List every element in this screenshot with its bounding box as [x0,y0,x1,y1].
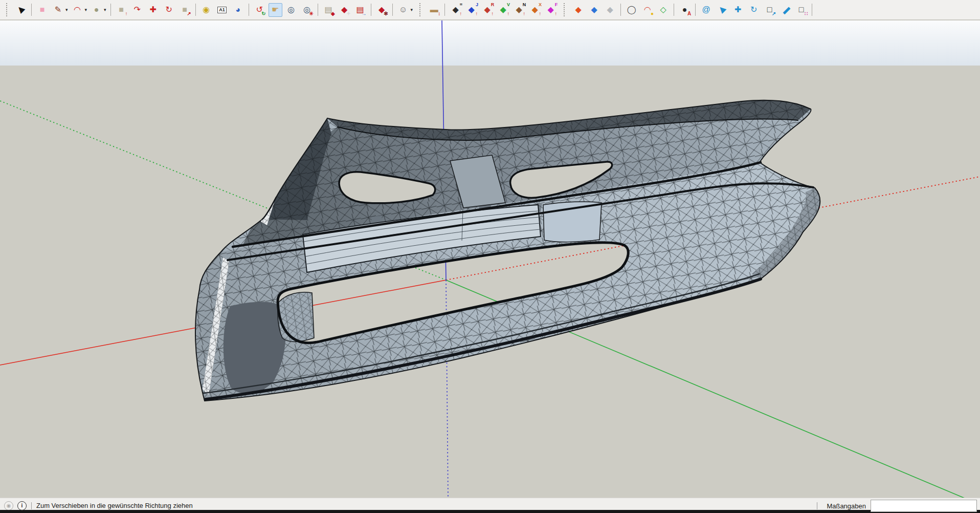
plugin-export-layout-overlay-icon: → [362,11,367,16]
text-tool-button[interactable]: A1 [215,3,229,17]
jpp-follow-button[interactable]: ◆↑F [544,3,558,17]
rotate-tool-button[interactable]: ↻ [162,3,176,17]
plugin-ruby-gear-button[interactable]: ◆✻ [375,3,389,17]
jpp-equal-badge: = [460,3,462,7]
jpp-round-overlay-icon: ↑ [491,11,494,16]
vertex-tape-icon: ▬ [779,4,791,16]
jpp-main-button[interactable]: ▬↕ [427,3,441,17]
toolbar-separator [392,4,393,16]
status-separator [817,502,817,509]
line-tool-dropdown-icon[interactable]: ▾ [65,7,68,12]
plugin-artisan-sphere-overlay-icon: A [687,11,691,16]
select-tool-icon: ▶ [15,5,26,15]
plugin-ruby-box-icon: ▤ [325,6,332,14]
vertex-select-icon: ▶ [717,5,727,15]
jointpushpull-toolbar-grip[interactable] [419,3,423,16]
orbit-tool-icon: ↺ [256,6,262,14]
account-button[interactable]: ☺ [396,3,410,17]
circle-tool-icon: ● [94,6,99,14]
plugin-export-layout-button[interactable]: ▤→ [353,3,367,17]
vertex-select-button[interactable]: ▶ [715,3,729,17]
geolocation-status-icon[interactable]: ◉ [4,501,13,510]
credits-info-icon[interactable]: i [17,501,27,510]
scale-tool-overlay-icon: ↗ [187,11,191,16]
paint-bucket-tool-button[interactable]: ◕ [231,3,245,17]
plugin-cube-blue-button[interactable]: ◆ [587,3,601,17]
paint-bucket-tool-icon: ◕ [235,6,240,14]
viewport-3d[interactable] [0,20,980,498]
arc-tool-dropdown-icon[interactable]: ▾ [85,7,87,12]
jpp-joint-overlay-icon: ↑ [475,11,478,16]
jpp-normal-overlay-icon: ↑ [523,11,525,16]
plugin-cube-red-button[interactable]: ◆ [571,3,585,17]
followme-tool-icon: ↷ [133,6,140,14]
plugin-ruby-gear-overlay-icon: ✻ [384,11,388,16]
plugin-curve-ball-icon: ◠ [644,6,651,14]
circle-tool-button[interactable]: ● [90,3,103,17]
circle-tool-dropdown-icon[interactable]: ▾ [104,7,106,12]
pan-tool-button[interactable]: ☛ [269,3,282,17]
vertex-rotate-button[interactable]: ↻ [747,3,761,17]
move-tool-button[interactable]: ✚ [146,3,160,17]
plugin-curve-ball-button[interactable]: ◠● [640,3,654,17]
zoom-extents-tool-overlay-icon: ✳ [309,11,313,16]
plugin-cube-gray-button[interactable]: ◆ [603,3,617,17]
toolbar-separator [249,4,249,16]
jpp-equal-button[interactable]: ◆↑= [449,3,462,17]
orbit-tool-button[interactable]: ↺↻ [253,3,266,17]
plugin-artisan-sphere-button[interactable]: ●A [678,3,692,17]
zoom-extents-tool-icon: ◎ [303,6,310,14]
jpp-round-button[interactable]: ◆↑R [480,3,494,17]
vertex-cube-overlay-icon: ∷ [805,11,808,16]
eraser-tool-icon: ■ [40,6,45,14]
plugin-ruby-gem-overlay-icon: ✦ [346,11,350,16]
jpp-follow-overlay-icon: ↑ [554,11,557,16]
scale-tool-button[interactable]: ■↗ [178,3,192,17]
plugin-wire-sphere-icon: ◇ [660,6,666,14]
vertex-scale-button[interactable]: □↗ [763,3,776,17]
plugin-ruby-gem-icon: ◆ [341,6,347,14]
jpp-joint-button[interactable]: ◆↑J [464,3,478,17]
vertex-spiral-button[interactable]: @ [699,3,713,17]
measurements-label: Maßangaben [827,502,866,510]
jpp-vector-button[interactable]: ◆↑V [496,3,510,17]
measurements-input[interactable] [871,500,977,512]
plugin-wire-sphere-button[interactable]: ◇ [656,3,670,17]
toolbar-separator [318,4,318,16]
zoom-extents-tool-button[interactable]: ◎✳ [300,3,314,17]
toolbar-separator [195,4,196,16]
pushpull-tool-overlay-icon: ↑ [125,11,128,16]
jpp-equal-overlay-icon: ↑ [459,11,462,16]
plugin-ruby-gem-button[interactable]: ◆✦ [338,3,351,17]
vertex-rotate-icon: ↻ [750,6,757,14]
vertex-cube-button[interactable]: □∷ [794,3,808,17]
plugin-ruby-box-button[interactable]: ▤◆ [322,3,336,17]
solids-toolbar-grip[interactable] [564,3,567,16]
plugin-sculpt-rock-button[interactable]: ◯ [625,3,638,17]
jpp-follow-icon: ◆ [547,6,553,14]
sky [0,20,980,66]
jpp-normal-badge: N [523,3,526,7]
account-dropdown-icon[interactable]: ▾ [411,7,413,12]
move-tool-icon: ✚ [149,6,156,14]
line-tool-button[interactable]: ✎ [51,3,65,17]
vertex-move-icon: ✚ [734,6,741,14]
tape-measure-tool-button[interactable]: ◉ [199,3,213,17]
eraser-tool-button[interactable]: ■ [35,3,49,17]
main-toolbar-grip[interactable] [6,3,10,16]
followme-tool-button[interactable]: ↷ [130,3,144,17]
sketchup-window: ▶■✎▾◠▾●▾■↑↷✚↻■↗◉A1◕↺↻☛◎◎✳▤◆◆✦▤→◆✻☺▾▬↕◆↑=… [0,0,980,513]
arc-tool-button[interactable]: ◠ [71,3,84,17]
select-tool-button[interactable]: ▶ [14,3,28,17]
jpp-extrude-button[interactable]: ◆↑X [528,3,542,17]
vertex-move-button[interactable]: ✚ [731,3,745,17]
plugin-ruby-box-overlay-icon: ◆ [331,11,335,16]
vertex-tape-button[interactable]: ▬ [778,3,792,17]
jpp-vector-badge: V [507,3,510,7]
zoom-tool-button[interactable]: ◎ [284,3,298,17]
vertex-cube-icon: □ [799,6,804,14]
pushpull-tool-button[interactable]: ■↑ [115,3,128,17]
jpp-main-overlay-icon: ↕ [438,11,440,16]
vertex-spiral-icon: @ [702,6,710,14]
jpp-normal-button[interactable]: ◆↑N [512,3,526,17]
